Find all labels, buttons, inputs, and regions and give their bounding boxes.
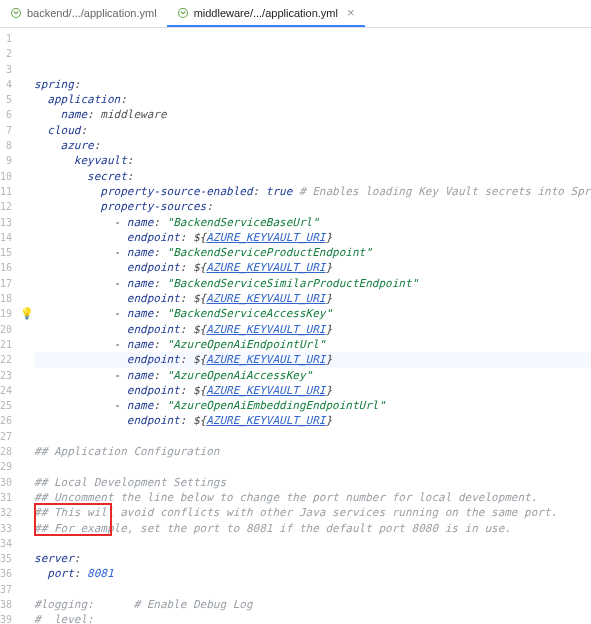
code-line[interactable]: property-source-enabled: true # Enables … (34, 184, 591, 199)
code-line[interactable]: name: middleware (34, 107, 591, 122)
line-number: 30 (0, 475, 12, 490)
code-line[interactable]: - name: "BackendServiceSimilarProductEnd… (34, 276, 591, 291)
token-comment: ## Local Development Settings (34, 476, 226, 489)
tab-backend-application-yml[interactable]: backend/.../application.yml (0, 0, 167, 27)
code-editor[interactable]: 1234567891011121314151617181920212223242… (0, 28, 591, 624)
token-key: cloud (47, 124, 80, 137)
line-number: 37 (0, 582, 12, 597)
token-plain: : (253, 185, 266, 198)
token-plain (292, 185, 299, 198)
token-str: "BackendServiceBaseUrl" (167, 216, 319, 229)
token-plain: : (153, 307, 166, 320)
line-number: 17 (0, 276, 12, 291)
token-str: "BackendServiceProductEndpoint" (167, 246, 372, 259)
token-plain: : (127, 154, 134, 167)
token-var: AZURE_KEYVAULT_URI (206, 323, 325, 336)
token-plain: : (180, 292, 193, 305)
token-brace: ${ (193, 323, 206, 336)
code-line[interactable]: ## This will avoid conflicts with other … (34, 505, 591, 520)
code-line[interactable]: ## Application Configuration (34, 444, 591, 459)
token-key: property-sources (100, 200, 206, 213)
line-number: 24 (0, 383, 12, 398)
code-line[interactable]: ## For example, set the port to 8081 if … (34, 521, 591, 536)
token-key: server (34, 552, 74, 565)
code-line[interactable]: ## Uncomment the line below to change th… (34, 490, 591, 505)
lightbulb-icon[interactable]: 💡 (20, 306, 34, 321)
token-plain: : (74, 78, 81, 91)
code-line[interactable]: port: 8081 (34, 566, 591, 581)
code-line[interactable]: ## Local Development Settings (34, 475, 591, 490)
token-brace: } (325, 231, 332, 244)
line-number: 12 (0, 199, 12, 214)
line-number: 28 (0, 444, 12, 459)
token-plain (34, 185, 100, 198)
code-line[interactable]: application: (34, 92, 591, 107)
token-key: name (61, 108, 88, 121)
token-plain (34, 384, 127, 397)
code-line[interactable]: spring: (34, 77, 591, 92)
token-var: AZURE_KEYVAULT_URI (206, 414, 325, 427)
code-line[interactable]: server: (34, 551, 591, 566)
line-number: 22 (0, 352, 12, 367)
code-line[interactable]: endpoint: ${AZURE_KEYVAULT_URI} (34, 260, 591, 275)
token-comment: ## For example, set the port to 8081 if … (34, 522, 511, 535)
token-plain (34, 414, 127, 427)
code-line[interactable]: - name: "BackendServiceProductEndpoint" (34, 245, 591, 260)
token-plain: : (153, 216, 166, 229)
token-key: endpoint (127, 384, 180, 397)
line-number: 29 (0, 459, 12, 474)
code-line[interactable]: cloud: (34, 123, 591, 138)
code-line[interactable]: - name: "AzureOpenAiAccessKey" (34, 368, 591, 383)
token-plain: : (180, 384, 193, 397)
token-plain: : (153, 246, 166, 259)
line-number: 2 (0, 46, 12, 61)
code-line[interactable] (34, 429, 591, 444)
code-line[interactable] (34, 582, 591, 597)
code-line[interactable]: secret: (34, 169, 591, 184)
token-var: AZURE_KEYVAULT_URI (206, 292, 325, 305)
token-key: azure (61, 139, 94, 152)
code-line[interactable]: endpoint: ${AZURE_KEYVAULT_URI} (34, 322, 591, 337)
code-line[interactable]: azure: (34, 138, 591, 153)
tab-label: middleware/.../application.yml (194, 7, 338, 19)
token-brace: } (325, 261, 332, 274)
line-number: 5 (0, 92, 12, 107)
code-line[interactable]: endpoint: ${AZURE_KEYVAULT_URI} (34, 230, 591, 245)
code-line[interactable]: endpoint: ${AZURE_KEYVAULT_URI} (34, 352, 591, 367)
code-line[interactable]: #logging: # Enable Debug Log (34, 597, 591, 612)
code-line[interactable]: - name: "AzureOpenAiEndpointUrl" (34, 337, 591, 352)
close-icon[interactable]: × (347, 5, 355, 20)
code-line[interactable]: endpoint: ${AZURE_KEYVAULT_URI} (34, 413, 591, 428)
token-plain (34, 154, 74, 167)
code-line[interactable]: - name: "BackendServiceBaseUrl" (34, 215, 591, 230)
code-line[interactable] (34, 536, 591, 551)
code-line[interactable]: endpoint: ${AZURE_KEYVAULT_URI} (34, 383, 591, 398)
code-line[interactable]: - name: "AzureOpenAiEmbeddingEndpointUrl… (34, 398, 591, 413)
token-plain: : (94, 139, 101, 152)
line-number: 11 (0, 184, 12, 199)
token-brace: } (325, 384, 332, 397)
code-line[interactable] (34, 459, 591, 474)
code-line[interactable]: property-sources: (34, 199, 591, 214)
tab-middleware-application-yml[interactable]: middleware/.../application.yml × (167, 0, 365, 27)
token-brace: ${ (193, 384, 206, 397)
line-number: 33 (0, 521, 12, 536)
code-line[interactable]: # level: (34, 612, 591, 624)
token-str: "BackendServiceAccessKey" (167, 307, 333, 320)
code-area[interactable]: spring: application: name: middleware cl… (34, 28, 591, 624)
token-plain: : (120, 93, 127, 106)
token-key: name (127, 369, 154, 382)
token-brace: ${ (193, 414, 206, 427)
token-plain (34, 399, 113, 412)
line-number: 38 (0, 597, 12, 612)
token-key: name (127, 307, 154, 320)
token-comment: ## Application Configuration (34, 445, 219, 458)
line-number: 31 (0, 490, 12, 505)
token-dash: - (114, 307, 127, 320)
code-line[interactable]: - name: "BackendServiceAccessKey" (34, 306, 591, 321)
token-plain (34, 323, 127, 336)
code-line[interactable]: endpoint: ${AZURE_KEYVAULT_URI} (34, 291, 591, 306)
code-line[interactable]: keyvault: (34, 153, 591, 168)
token-var: AZURE_KEYVAULT_URI (206, 384, 325, 397)
token-plain: : (74, 552, 81, 565)
